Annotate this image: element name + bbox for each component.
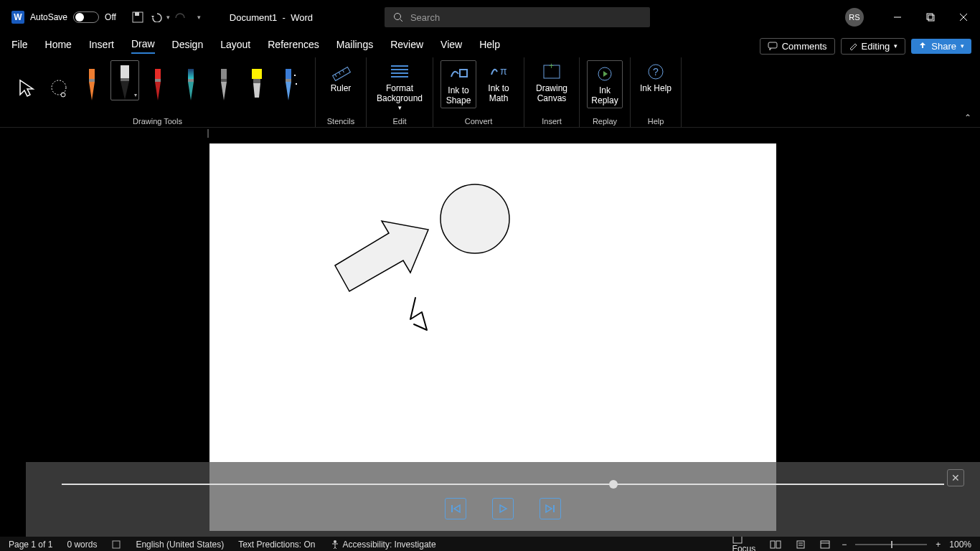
format-background-button[interactable]: Format Background ▾	[374, 60, 425, 112]
autosave-state: Off	[105, 12, 116, 22]
redo-icon[interactable]	[173, 10, 187, 24]
pen-galaxy[interactable]	[176, 60, 205, 100]
replay-slider-handle[interactable]	[609, 480, 618, 489]
pencil-gray[interactable]	[209, 60, 238, 100]
tab-layout[interactable]: Layout	[220, 39, 250, 53]
page-indicator[interactable]: Page 1 of 1	[9, 540, 52, 550]
comments-button[interactable]: Comments	[760, 38, 835, 55]
accessibility-check[interactable]: Accessibility: Investigate	[330, 540, 436, 550]
drawing-canvas-button[interactable]: + Drawing Canvas	[532, 60, 572, 104]
share-button[interactable]: Share ▾	[911, 39, 971, 54]
print-layout-icon[interactable]	[793, 540, 809, 549]
web-layout-icon[interactable]	[817, 540, 833, 549]
pen-sparkle-blue[interactable]	[275, 60, 304, 100]
ink-to-shape-button[interactable]: Ink to Shape	[440, 60, 476, 108]
group-label: Help	[648, 117, 664, 126]
svg-marker-20	[155, 82, 161, 100]
svg-marker-51	[335, 221, 428, 291]
group-replay: Ink Replay Replay	[580, 57, 631, 127]
svg-rect-22	[188, 79, 194, 82]
editing-label: Editing	[862, 41, 890, 52]
tab-design[interactable]: Design	[172, 39, 204, 53]
svg-line-34	[335, 75, 336, 77]
ruler-horizontal[interactable]	[0, 128, 980, 141]
user-avatar[interactable]: RS	[845, 8, 864, 27]
tab-insert[interactable]: Insert	[89, 39, 114, 53]
select-tool[interactable]	[11, 60, 40, 100]
collapse-ribbon-button[interactable]: ⌃	[964, 113, 971, 123]
ink-replay-panel: ✕	[26, 462, 980, 537]
svg-marker-54	[500, 505, 507, 512]
tab-file[interactable]: File	[11, 39, 28, 53]
text-predictions[interactable]: Text Predictions: On	[238, 540, 315, 550]
tab-references[interactable]: References	[268, 39, 319, 53]
replay-close-button[interactable]: ✕	[947, 469, 964, 486]
ink-replay-label: Ink Replay	[589, 85, 621, 106]
tab-review[interactable]: Review	[390, 39, 423, 53]
arrow-shape[interactable]	[335, 221, 428, 291]
svg-text:π: π	[500, 65, 507, 77]
word-count[interactable]: 0 words	[67, 540, 97, 550]
replay-rewind-button[interactable]	[445, 498, 466, 519]
comment-icon	[768, 42, 778, 50]
maximize-button[interactable]	[914, 0, 947, 34]
pen-icon	[85, 69, 99, 100]
svg-rect-6	[928, 15, 934, 21]
save-icon[interactable]	[131, 10, 145, 24]
replay-forward-button[interactable]	[540, 498, 561, 519]
lasso-tool[interactable]	[44, 60, 73, 100]
ink-replay-button[interactable]: Ink Replay	[587, 60, 623, 108]
group-label: Insert	[542, 117, 562, 126]
svg-marker-23	[188, 82, 194, 100]
svg-marker-46	[603, 71, 608, 77]
undo-icon[interactable]	[151, 10, 165, 24]
close-button[interactable]	[947, 0, 980, 34]
language-indicator[interactable]: English (United States)	[136, 540, 224, 550]
group-edit: Format Background ▾ Edit	[367, 57, 433, 127]
svg-rect-59	[733, 536, 742, 543]
pen-black[interactable]: ▾	[110, 60, 139, 100]
help-icon: ?	[644, 60, 667, 83]
document-canvas[interactable]: ✕	[26, 141, 980, 537]
tab-help[interactable]: Help	[479, 39, 500, 53]
focus-mode[interactable]: Focus	[730, 535, 759, 551]
ruler-button[interactable]: Ruler	[323, 60, 359, 93]
qat-caret-icon[interactable]: ▾	[197, 14, 201, 21]
ink-to-math-button[interactable]: π Ink to Math	[481, 60, 517, 104]
editing-mode-button[interactable]: Editing ▾	[841, 38, 906, 55]
highlighter-yellow[interactable]	[242, 60, 271, 100]
pen-orange[interactable]	[77, 60, 106, 100]
ink-stroke-partial-star[interactable]	[410, 298, 427, 330]
zoom-level[interactable]: 100%	[949, 540, 971, 550]
zoom-out-button[interactable]: −	[842, 540, 847, 550]
replay-slider[interactable]	[62, 484, 944, 485]
svg-text:+: +	[549, 63, 554, 71]
app-name: Word	[291, 12, 313, 23]
search-input[interactable]: Search	[385, 7, 650, 27]
chevron-down-icon[interactable]: ▾	[134, 92, 137, 98]
ink-help-label: Ink Help	[640, 83, 672, 93]
zoom-slider[interactable]	[855, 544, 927, 545]
tab-draw[interactable]: Draw	[131, 38, 155, 54]
svg-marker-29	[253, 83, 260, 98]
tab-view[interactable]: View	[440, 39, 462, 53]
pen-red[interactable]	[143, 60, 172, 100]
ruler-vertical[interactable]	[0, 141, 26, 537]
zoom-in-button[interactable]: +	[936, 540, 941, 550]
tab-home[interactable]: Home	[45, 39, 72, 53]
autosave-control[interactable]: AutoSave Off	[30, 11, 116, 23]
svg-marker-14	[89, 82, 95, 100]
tab-mailings[interactable]: Mailings	[336, 39, 373, 53]
svg-rect-19	[155, 79, 161, 82]
replay-play-button[interactable]	[492, 498, 514, 519]
circle-shape[interactable]	[440, 184, 509, 253]
autosave-toggle[interactable]	[73, 11, 99, 23]
ruler-label: Ruler	[331, 83, 352, 93]
spell-check-icon[interactable]	[111, 540, 121, 550]
ink-help-button[interactable]: ? Ink Help	[638, 60, 674, 93]
replay-icon	[593, 62, 616, 85]
minimize-button[interactable]	[881, 0, 914, 34]
read-mode-icon[interactable]	[767, 540, 784, 549]
undo-caret-icon[interactable]: ▾	[166, 14, 170, 21]
accessibility-icon	[330, 540, 340, 550]
